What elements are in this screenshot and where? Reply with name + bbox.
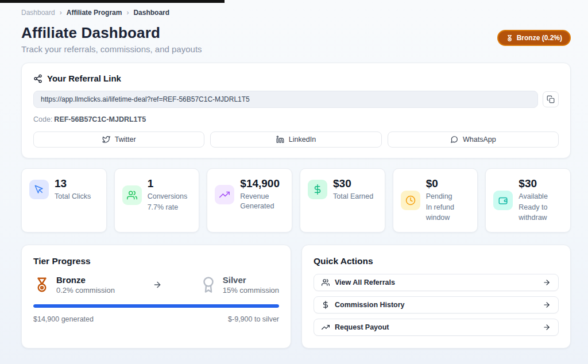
request-payout-button[interactable]: Request Payout: [314, 319, 559, 336]
amount-to-next-tier: $-9,900 to silver: [228, 315, 279, 323]
clock-icon: [401, 191, 420, 210]
stat-value: $14,900: [240, 177, 284, 191]
linkedin-icon: [276, 135, 284, 144]
stat-label: Total Earned: [333, 192, 373, 202]
page-title: Affiliate Dashboard: [21, 24, 202, 42]
current-tier-commission: 0.2% commission: [56, 286, 115, 295]
arrow-right-icon: [543, 323, 551, 331]
referral-link-card: Your Referral Link Code:REF-56B57C1C-MJD…: [21, 63, 571, 158]
stats-grid: 13 Total Clicks 1 Conversions 7.7% rate: [21, 168, 571, 233]
stat-label: Available: [519, 192, 563, 202]
stat-card-total-clicks: 13 Total Clicks: [21, 168, 107, 233]
next-tier: Silver 15% commission: [200, 275, 279, 295]
stat-value: $30: [333, 177, 373, 191]
quick-actions-title: Quick Actions: [314, 256, 559, 266]
page-header: Affiliate Dashboard Track your referrals…: [21, 24, 571, 54]
commission-history-button[interactable]: Commission History: [314, 296, 559, 313]
copy-link-button[interactable]: [543, 91, 559, 107]
share-linkedin-label: LinkedIn: [289, 135, 316, 144]
trending-up-icon: [322, 323, 330, 331]
stat-value: $0: [426, 177, 470, 191]
referral-code-label: Code:: [33, 115, 52, 123]
tier-progress-fill: [33, 304, 279, 308]
share-twitter-button[interactable]: Twitter: [33, 131, 204, 148]
stat-card-available: $30 Available Ready to withdraw: [485, 168, 571, 233]
award-icon: [200, 276, 217, 293]
arrow-right-icon: [543, 278, 551, 286]
share-icon: [33, 74, 42, 83]
mouse-pointer-icon: [29, 180, 49, 199]
page-subtitle: Track your referrals, commissions, and p…: [21, 44, 202, 54]
share-whatsapp-button[interactable]: WhatsApp: [388, 131, 559, 148]
stat-value: 1: [148, 177, 187, 191]
view-all-referrals-label: View All Referrals: [335, 278, 395, 286]
users-icon: [122, 185, 142, 205]
share-twitter-label: Twitter: [115, 135, 136, 144]
tier-badge-label: Bronze (0.2%): [517, 34, 562, 42]
breadcrumb-current: Dashboard: [133, 9, 169, 17]
request-payout-label: Request Payout: [335, 323, 389, 331]
arrow-right-icon: [543, 301, 551, 309]
top-edge-artifact: [0, 0, 225, 3]
current-tier-name: Bronze: [56, 275, 115, 285]
trending-up-icon: [215, 185, 234, 204]
next-tier-commission: 15% commission: [223, 286, 279, 295]
stat-sublabel: In refund window: [426, 203, 470, 223]
breadcrumb-dashboard[interactable]: Dashboard: [21, 9, 55, 17]
referral-card-title: Your Referral Link: [47, 73, 121, 83]
referral-code-line: Code:REF-56B57C1C-MJDRL1T5: [33, 115, 559, 123]
affiliate-dashboard-page: Dashboard › Affiliate Program › Dashboar…: [0, 0, 588, 348]
breadcrumb: Dashboard › Affiliate Program › Dashboar…: [21, 9, 571, 17]
dollar-icon: [322, 301, 330, 309]
next-tier-name: Silver: [223, 275, 279, 285]
stat-label: Conversions: [148, 192, 187, 202]
stat-card-pending: $0 Pending In refund window: [393, 168, 478, 233]
referral-code-value: REF-56B57C1C-MJDRL1T5: [54, 115, 146, 123]
stat-card-revenue: $14,900 Revenue Generated: [207, 168, 292, 233]
share-whatsapp-label: WhatsApp: [463, 135, 496, 144]
stat-sublabel: 7.7% rate: [148, 203, 187, 213]
stat-label: Total Clicks: [55, 192, 91, 202]
copy-icon: [547, 95, 555, 103]
chevron-right-icon: ›: [60, 9, 62, 17]
stat-card-conversions: 1 Conversions 7.7% rate: [114, 168, 200, 233]
dollar-icon: [308, 180, 327, 199]
tier-progress-title: Tier Progress: [33, 256, 279, 266]
share-buttons-row: Twitter LinkedIn WhatsApp: [33, 131, 559, 148]
arrow-right-icon: [153, 280, 162, 289]
tier-badge: Bronze (0.2%): [497, 30, 571, 46]
whatsapp-icon: [450, 135, 458, 144]
referral-link-input[interactable]: [33, 91, 538, 108]
wallet-icon: [493, 191, 513, 210]
tier-progress-bar: [33, 304, 279, 308]
view-all-referrals-button[interactable]: View All Referrals: [314, 274, 559, 291]
commission-history-label: Commission History: [335, 301, 405, 309]
stat-sublabel: Ready to withdraw: [519, 203, 563, 223]
share-linkedin-button[interactable]: LinkedIn: [210, 131, 381, 148]
stat-label: Pending: [426, 192, 470, 202]
stat-value: $30: [519, 177, 563, 191]
medal-icon: [33, 276, 51, 293]
quick-actions-card: Quick Actions View All Referrals Commiss…: [301, 245, 571, 348]
medal-icon: [506, 34, 513, 42]
generated-amount: $14,900 generated: [33, 315, 94, 323]
breadcrumb-affiliate-program[interactable]: Affiliate Program: [67, 9, 122, 17]
twitter-icon: [102, 135, 110, 144]
stat-card-total-earned: $30 Total Earned: [300, 168, 385, 233]
current-tier: Bronze 0.2% commission: [33, 275, 115, 295]
chevron-right-icon: ›: [126, 9, 129, 17]
users-icon: [322, 278, 330, 286]
stat-label: Revenue Generated: [240, 192, 284, 212]
stat-value: 13: [55, 177, 91, 191]
tier-progress-card: Tier Progress Bronze 0.2% commission: [21, 245, 291, 348]
